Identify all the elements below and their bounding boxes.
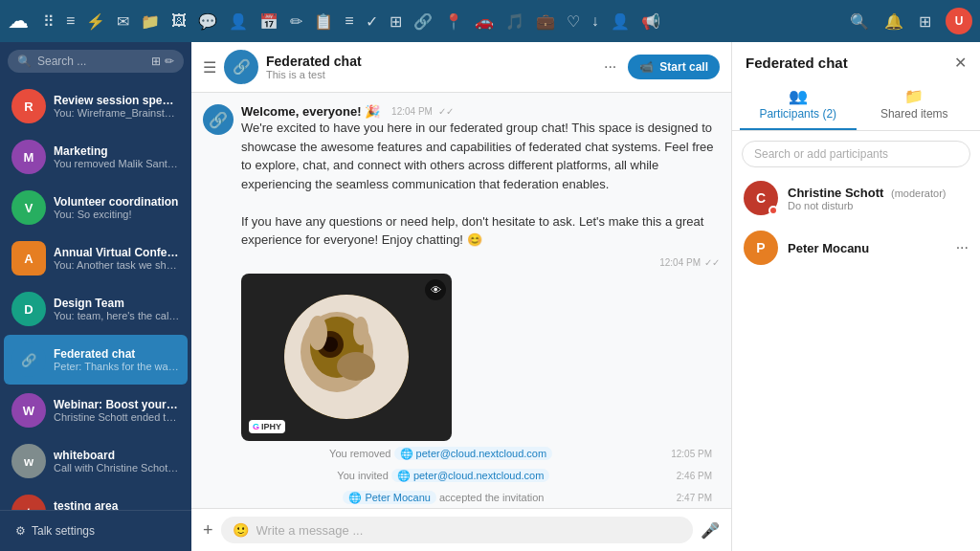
giphy-hide-button[interactable]: 👁 [425,279,446,300]
new-chat-icon[interactable]: ✏ [165,55,174,68]
map-icon[interactable]: 📍 [439,9,468,34]
system-message-accepted: 🌐 Peter Mocanu accepted the invitation 2… [203,489,720,507]
calendar-icon[interactable]: 📅 [255,9,283,34]
portfolio-icon[interactable]: 💼 [531,9,560,34]
emoji-icon[interactable]: 🙂 [233,522,249,538]
settings-icon: ⚙ [15,524,26,538]
avatar: M [11,140,46,174]
mail-icon[interactable]: ✉ [112,9,134,34]
tab-participants[interactable]: 👥 Participants (2) [740,79,857,130]
grid-icon[interactable]: ⠿ [38,9,59,34]
conversation-name: Review session speech [54,94,180,107]
apps-grid-icon[interactable]: ⊞ [914,9,936,34]
sidebar-item-review[interactable]: R Review session speech You: Wireframe_B… [4,81,188,131]
chat-header: ☰ 🔗 Federated chat This is a test ··· 📹 … [191,42,731,93]
sidebar: 🔍 ⊞ ✏ R Review session speech You: Wiref… [0,42,191,551]
conversation-preview: You: team, here's the calendar ... [54,310,180,321]
participant-item-christine: C Christine Schott (moderator) Do not di… [732,173,980,223]
giphy-link-row: 12:04 PM ✓✓ [241,257,720,268]
announce-icon[interactable]: 📢 [636,9,665,34]
contacts-icon[interactable]: 👤 [224,9,253,34]
conversation-name: Federated chat [54,347,180,361]
participants-icon: 👥 [789,87,808,105]
message-input[interactable] [256,523,681,538]
edit-icon[interactable]: ✏ [285,9,307,34]
chat-area: ☰ 🔗 Federated chat This is a test ··· 📹 … [191,42,731,551]
sidebar-item-webinar[interactable]: W Webinar: Boost your team's p... Christ… [4,386,188,435]
giphy-container: G IPHY 👁 [241,274,452,441]
menu-icon[interactable]: ≡ [61,9,79,33]
message-time: 2:46 PM [677,471,712,481]
message-row: 🔗 Welcome, everyone! 🎉 12:04 PM ✓✓ We're… [203,104,720,250]
add-attachment-button[interactable]: + [203,520,213,540]
start-call-button[interactable]: 📹 Start call [628,55,720,79]
shared-icon: 📁 [904,87,924,105]
sidebar-item-design[interactable]: D Design Team You: team, here's the cale… [4,284,188,334]
conversation-preview: You: Another task we should th... [54,259,180,271]
search-input[interactable] [37,55,145,68]
notification-icon[interactable]: 🔔 [880,9,908,34]
table-icon[interactable]: ⊞ [385,9,407,34]
avatar: w [11,444,46,478]
search-icon[interactable]: 🔍 [845,9,874,34]
search-icon: 🔍 [17,55,32,68]
notes-icon[interactable]: 📋 [309,9,338,34]
sidebar-search-actions: ⊞ ✏ [151,55,174,68]
sidebar-bottom: ⚙ Talk settings [0,510,191,551]
user-avatar[interactable]: U [946,8,972,34]
sidebar-search-area: 🔍 ⊞ ✏ [0,42,191,80]
system-text: 🌐 Peter Mocanu accepted the invitation [211,492,677,504]
heart-icon[interactable]: ♡ [562,9,585,34]
files-icon[interactable]: 📁 [136,9,165,34]
avatar: A [11,241,46,276]
chat-avatar: 🔗 [224,50,258,84]
sidebar-item-text: Annual Virtual Conference You: Another t… [54,246,180,271]
microphone-button[interactable]: 🎤 [701,521,720,540]
participant-role: (moderator) [891,187,946,199]
giphy-section: 12:04 PM ✓✓ [203,257,720,441]
participant-avatar: C [744,181,778,215]
list-icon[interactable]: ≡ [340,9,358,33]
lightning-icon[interactable]: ⚡ [81,9,110,34]
conversation-preview: Call with Christine Schott and ... [54,462,180,474]
message-time: 2:47 PM [677,493,712,503]
participant-info: Peter Mocanu [788,241,947,255]
hamburger-icon[interactable]: ☰ [203,58,216,77]
download-icon[interactable]: ↓ [587,9,604,33]
conversation-name: Design Team [54,297,180,310]
sidebar-item-text: Design Team You: team, here's the calend… [54,297,180,321]
image-icon[interactable]: 🖼 [167,9,191,33]
sidebar-item-federated[interactable]: 🔗 Federated chat Peter: Thanks for the w… [4,335,188,385]
sidebar-item-volunteer[interactable]: V Volunteer coordination You: So excitin… [4,183,188,232]
avatar: W [11,393,46,428]
sidebar-item-whiteboard[interactable]: w whiteboard Call with Christine Schott … [4,436,188,486]
avatar: R [11,89,46,123]
chat-icon[interactable]: 💬 [193,9,222,34]
svg-point-6 [308,316,327,350]
system-message-removed: You removed 🌐 peter@cloud.nextcloud.com … [203,445,720,463]
participant-menu-button[interactable]: ··· [956,239,969,256]
conversation-preview: Peter: Thanks for the warm wel... [54,361,180,372]
transport-icon[interactable]: 🚗 [470,9,499,34]
sidebar-item-marketing[interactable]: M Marketing You removed Malik Santiago [4,132,188,182]
chat-header-info: Federated chat This is a test [266,54,362,80]
participants-search-input[interactable] [742,141,970,167]
filter-icon[interactable]: ⊞ [151,55,161,68]
user-chip: 🌐 peter@cloud.nextcloud.com [394,447,553,460]
music-icon[interactable]: 🎵 [501,9,529,34]
participant-item-peter: P Peter Mocanu ··· [732,223,980,273]
sidebar-item-annual[interactable]: A Annual Virtual Conference You: Another… [4,233,188,283]
more-options-icon[interactable]: ··· [600,55,620,79]
giphy-svg [284,295,409,419]
sidebar-item-testing[interactable]: t testing area You: New whiteboard.whitb… [4,487,188,510]
app-logo: ☁ [8,9,29,33]
check-icon[interactable]: ✓ [361,9,383,34]
close-panel-button[interactable]: ✕ [954,54,967,72]
link-icon[interactable]: 🔗 [409,9,437,34]
tab-shared[interactable]: 📁 Shared items [857,79,973,130]
giphy-time-row: 12:04 PM ✓✓ [659,257,720,268]
conversation-preview: Christine Schott ended the call... [54,411,180,423]
conversation-preview: You: Wireframe_Brainstorming... [54,107,180,119]
talk-settings-button[interactable]: ⚙ Talk settings [8,518,184,543]
user-icon[interactable]: 👤 [606,9,635,34]
